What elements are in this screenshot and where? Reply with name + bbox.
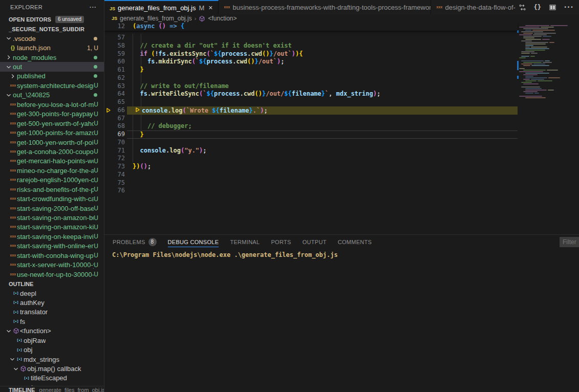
- outline-item[interactable]: obj.map() callback: [0, 364, 104, 373]
- outline-item[interactable]: mdx_strings: [0, 355, 104, 364]
- tree-item[interactable]: get-300-points-for-paypay-i...U: [0, 110, 104, 119]
- code-line[interactable]: 65: [104, 98, 518, 106]
- line-number: 62: [104, 74, 127, 82]
- tree-item-label: before-you-lose-a-lot-of-mo...: [17, 101, 94, 108]
- code-line[interactable]: 59 if (!fs.existsSync(`${process.cwd()}/…: [104, 50, 518, 58]
- tree-item[interactable]: out_\240825: [0, 91, 104, 100]
- panel-tab-problems[interactable]: PROBLEMS8: [113, 235, 157, 249]
- outline-item[interactable]: titleEscaped: [0, 374, 104, 383]
- tree-item[interactable]: .vscode: [0, 34, 104, 43]
- code-line[interactable]: 67: [104, 115, 518, 123]
- sticky-scroll-line[interactable]: 12(async () => {: [104, 23, 518, 31]
- git-status-badge: U: [94, 82, 98, 89]
- code-line[interactable]: 66console.log(`Wrote ${filename}.`);: [104, 106, 518, 115]
- code-line[interactable]: 76: [104, 187, 518, 195]
- minimap[interactable]: [519, 24, 578, 100]
- outline-item-label: mdx_strings: [24, 356, 59, 363]
- braces-icon[interactable]: {}: [534, 4, 541, 11]
- code-line[interactable]: 57: [104, 34, 518, 42]
- code-line[interactable]: 63 // write to out/filename: [104, 82, 518, 91]
- outline-item[interactable]: deepl: [0, 289, 104, 298]
- git-status-badge: U: [94, 129, 98, 137]
- outline-header[interactable]: OUTLINE: [0, 279, 104, 288]
- more-icon[interactable]: ···: [564, 3, 574, 12]
- json-icon: {}: [9, 45, 16, 51]
- code-line-content: [127, 155, 518, 163]
- sticky-line[interactable]: 12(async () => {: [104, 23, 518, 31]
- outline-item[interactable]: objRaw: [0, 336, 104, 345]
- outline-item[interactable]: fs: [0, 317, 104, 326]
- breadcrumb-symbol[interactable]: <function>: [208, 15, 237, 22]
- code-line[interactable]: 75: [104, 179, 518, 187]
- workspace-root[interactable]: _SECURE_NOTES_SUBDIR: [0, 24, 104, 34]
- breadcrumb-file[interactable]: generate_files_from_obj.js: [120, 15, 192, 22]
- code-line[interactable]: 60 fs.mkdirSync(`${process.cwd()}/out`);: [104, 58, 518, 66]
- code-editor[interactable]: 12(async () => { 5758 // create a dir "o…: [104, 23, 579, 234]
- tree-item[interactable]: rarejob-english-1000yen-cas...U: [0, 176, 104, 185]
- tree-item[interactable]: start-x-server-with-10000-ye...U: [0, 260, 104, 270]
- code-line[interactable]: 70: [104, 139, 518, 147]
- tree-item[interactable]: system-architecture-design-...U: [0, 81, 104, 90]
- filter-input[interactable]: [560, 237, 579, 247]
- tree-item[interactable]: get-a-conoha-2000-coupon-...U: [0, 147, 104, 156]
- tree-item[interactable]: get-1000-yen-worth-of-poin...U: [0, 138, 104, 147]
- code-line-content: console.log("y.");: [127, 147, 518, 155]
- breadcrumb: JS generate_files_from_obj.js › <functio…: [104, 14, 579, 23]
- tree-item[interactable]: use-newt-for-up-to-30000-d...U: [0, 270, 104, 279]
- code-line[interactable]: 68 // debugger;: [104, 122, 518, 130]
- tree-item[interactable]: start-saving-with-online-eng...U: [0, 242, 104, 251]
- git-status-badge: U: [94, 214, 98, 222]
- close-icon[interactable]: ×: [208, 4, 212, 11]
- tree-item-label: start-saving-with-online-eng...: [17, 242, 94, 250]
- code-line[interactable]: 71 console.log("y.");: [104, 147, 518, 155]
- code-line[interactable]: 61 }: [104, 66, 518, 74]
- panel-tab-ports[interactable]: PORTS: [271, 235, 291, 249]
- tree-item[interactable]: before-you-lose-a-lot-of-mo...U: [0, 100, 104, 109]
- code-line[interactable]: 73})();: [104, 163, 518, 171]
- tree-item[interactable]: node_modules: [0, 53, 104, 62]
- tree-item[interactable]: mineo-no-charge-for-the-ad...U: [0, 166, 104, 175]
- tree-item[interactable]: start-saving-on-amazon-kin...U: [0, 223, 104, 232]
- timeline-header[interactable]: TIMELINE generate_files_from_obj.js: [0, 386, 104, 392]
- tree-item[interactable]: get-mercari-halo-points-wor...U: [0, 157, 104, 166]
- editor-tab[interactable]: business-process-frameworks-with-draftin…: [219, 0, 431, 14]
- code-line[interactable]: 58 // create a dir "out" if it doesn't e…: [104, 42, 518, 50]
- mdx-icon: [9, 112, 16, 116]
- editor-tab[interactable]: JSgenerate_files_from_obj.jsM×: [104, 0, 219, 14]
- tree-item[interactable]: start-saving-2000-off-base-f...U: [0, 204, 104, 213]
- panel-tab-output[interactable]: OUTPUT: [303, 235, 327, 249]
- open-changes-icon[interactable]: [519, 4, 526, 11]
- explorer-more-icon[interactable]: ···: [90, 4, 97, 10]
- panel-tab-comments[interactable]: COMMENTS: [338, 235, 372, 249]
- tree-item[interactable]: start-crowdfunding-with-ca...U: [0, 194, 104, 203]
- outline-item[interactable]: authKey: [0, 298, 104, 307]
- code-line[interactable]: 69 }: [104, 130, 518, 139]
- tree-item[interactable]: published: [0, 72, 104, 81]
- code-line[interactable]: 74: [104, 171, 518, 179]
- outline-item[interactable]: obj: [0, 345, 104, 354]
- code-line[interactable]: 64 fs.writeFileSync(`${process.cwd()}/ou…: [104, 90, 518, 98]
- panel-tab-terminal[interactable]: TERMINAL: [230, 235, 260, 249]
- open-editors-header[interactable]: OPEN EDITORS 6 unsaved: [0, 14, 104, 24]
- tree-item[interactable]: get-1000-points-for-amazon...U: [0, 128, 104, 137]
- git-status-badge: U: [94, 224, 98, 231]
- explorer-title: EXPLORER: [10, 4, 42, 10]
- code-line[interactable]: 62: [104, 74, 518, 82]
- split-editor-icon[interactable]: [549, 4, 556, 11]
- symbol-variable-icon: [16, 356, 23, 363]
- panel-tab-debug-console[interactable]: DEBUG CONSOLE: [168, 235, 219, 249]
- editor-group: JSgenerate_files_from_obj.jsM×business-p…: [104, 0, 579, 392]
- tree-item[interactable]: start-with-conoha-wing-up-t...U: [0, 251, 104, 260]
- tree-item[interactable]: get-500-yen-worth-of-yahoo...U: [0, 119, 104, 128]
- line-number: 60: [104, 58, 127, 66]
- tree-item[interactable]: start-saving-on-keepa-invita...U: [0, 232, 104, 241]
- outline-item[interactable]: <function>: [0, 326, 104, 336]
- tree-item[interactable]: start-saving-on-amazon-busi...U: [0, 213, 104, 222]
- code-line-content: }: [127, 66, 518, 74]
- tree-item[interactable]: out: [0, 62, 104, 71]
- tree-item[interactable]: {}launch.json1, U: [0, 43, 104, 52]
- outline-item[interactable]: translator: [0, 308, 104, 317]
- tree-item[interactable]: risks-and-benefits-of-the-pri...U: [0, 185, 104, 194]
- code-line[interactable]: 72: [104, 155, 518, 163]
- tree-item-label: start-saving-on-amazon-kin...: [17, 223, 94, 231]
